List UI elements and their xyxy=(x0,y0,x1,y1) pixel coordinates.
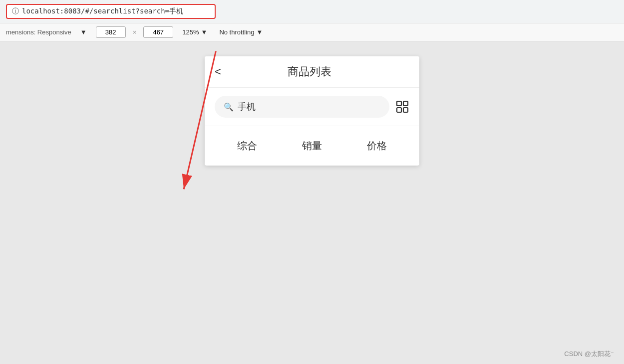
zoom-dropdown-arrow-icon: ▼ xyxy=(201,28,208,36)
mobile-frame: < 商品列表 🔍 手机 综合 销量 价格 xyxy=(205,56,419,166)
search-icon: 🔍 xyxy=(224,102,234,112)
zoom-dropdown[interactable]: 125% ▼ xyxy=(179,27,210,37)
grid-view-button[interactable] xyxy=(395,100,409,114)
svg-rect-3 xyxy=(403,101,408,106)
devtools-toolbar: mensions: Responsive ▼ × 125% ▼ No throt… xyxy=(0,23,624,41)
search-area: 🔍 手机 xyxy=(205,88,419,126)
page-title: 商品列表 xyxy=(229,64,390,79)
throttling-dropdown[interactable]: No throttling ▼ xyxy=(216,27,266,37)
filter-tabs: 综合 销量 价格 xyxy=(205,126,419,166)
back-button[interactable]: < xyxy=(215,65,221,78)
filter-tab-sales[interactable]: 销量 xyxy=(280,135,344,157)
throttling-label: No throttling xyxy=(219,28,254,36)
dropdown-arrow-icon: ▼ xyxy=(80,28,87,36)
address-bar[interactable]: ⓘ localhost:8083/#/searchlist?search=手机 xyxy=(6,4,216,19)
watermark: CSDN @太阳花⁻ xyxy=(564,350,614,359)
url-text: localhost:8083/#/searchlist?search=手机 xyxy=(22,7,183,16)
dimensions-label: mensions: Responsive xyxy=(6,28,71,36)
width-input[interactable] xyxy=(96,26,126,38)
main-content: < 商品列表 🔍 手机 综合 销量 价格 C xyxy=(0,41,624,364)
svg-rect-2 xyxy=(397,101,401,106)
mobile-header: < 商品列表 xyxy=(205,56,419,88)
height-input[interactable] xyxy=(143,26,173,38)
filter-tab-price[interactable]: 价格 xyxy=(344,135,409,157)
zoom-label: 125% xyxy=(182,28,199,36)
separator: × xyxy=(133,28,137,36)
dimensions-dropdown[interactable]: ▼ xyxy=(77,27,90,37)
svg-rect-5 xyxy=(403,108,408,112)
search-value: 手机 xyxy=(238,101,256,113)
filter-tab-comprehensive[interactable]: 综合 xyxy=(215,135,280,157)
svg-rect-4 xyxy=(397,108,401,112)
throttling-dropdown-arrow-icon: ▼ xyxy=(256,28,263,36)
info-icon: ⓘ xyxy=(12,7,19,16)
search-input-wrap[interactable]: 🔍 手机 xyxy=(215,96,389,118)
browser-chrome: ⓘ localhost:8083/#/searchlist?search=手机 xyxy=(0,0,624,23)
